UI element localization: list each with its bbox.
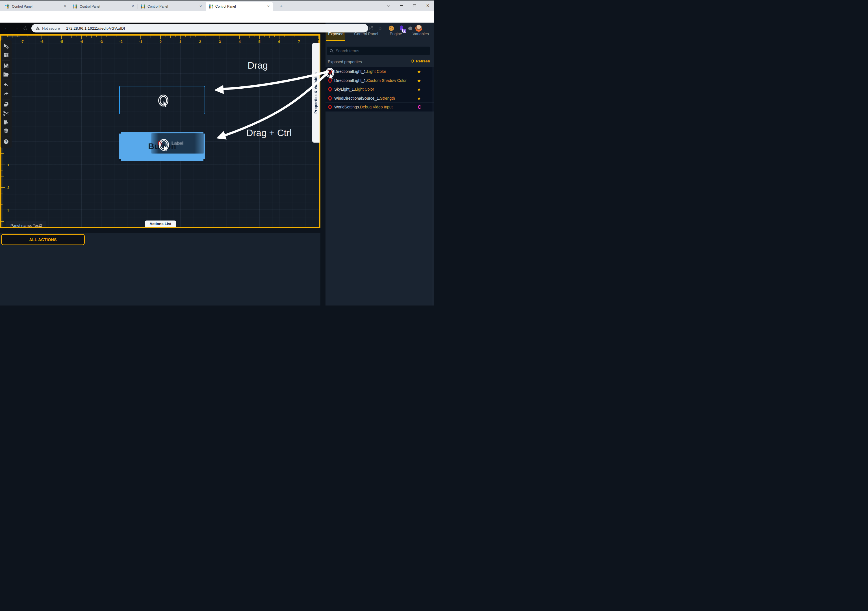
property-row[interactable]: SkyLight_1.Light Color ★ (326, 85, 434, 94)
mouse-cursor (164, 145, 168, 152)
property-owner: WindDirectionalSource_1. (334, 96, 380, 101)
forward-arrow-icon[interactable]: → (13, 25, 20, 32)
search-box[interactable] (327, 46, 430, 55)
drag-ctrl-annotation: Drag + Ctrl (241, 128, 297, 138)
actions-list-tab[interactable]: Actions List (145, 221, 176, 227)
panel-name-badge: Panel name: Test2 (6, 221, 46, 227)
paste-icon[interactable] (0, 118, 12, 127)
browser-tab-bar: Control Panel × Control Panel × Control … (0, 0, 434, 11)
maximize-button[interactable] (410, 3, 419, 8)
property-name: Strength (380, 96, 395, 101)
window-top-border (0, 0, 434, 0)
reload-icon[interactable] (22, 25, 28, 32)
ruler-label: 1 (7, 162, 9, 167)
property-owner: DirectionalLight_1. (334, 78, 367, 83)
profile-avatar[interactable] (415, 25, 422, 32)
url-text[interactable]: 172.28.96.1:16211/#edit-VGVzdDI= (66, 26, 127, 31)
redo-icon[interactable] (0, 90, 12, 98)
sidebar-scrollbar[interactable] (432, 67, 434, 305)
drag-annotation: Drag (241, 60, 274, 71)
ruler-tick (2, 182, 3, 182)
resize-handle[interactable] (119, 159, 121, 161)
open-folder-icon[interactable] (0, 70, 12, 79)
select-move-icon[interactable] (0, 42, 12, 51)
kebab-menu-icon[interactable]: ⋮ (425, 25, 432, 32)
close-tab-icon[interactable]: × (266, 4, 271, 9)
refresh-icon (410, 59, 414, 63)
extensions-puzzle-icon[interactable] (406, 25, 414, 32)
actions-panel-divider (85, 233, 85, 305)
browser-tab-2[interactable]: Control Panel × (70, 2, 137, 11)
share-icon[interactable] (367, 25, 375, 32)
close-tab-icon[interactable]: × (63, 4, 67, 9)
mouse-cursor (163, 101, 168, 108)
property-name: Light Color (355, 87, 374, 91)
favorite-star-icon[interactable]: ★ (417, 85, 421, 94)
all-actions-button[interactable]: ALL ACTIONS (1, 234, 85, 245)
not-secure-warning-icon (35, 26, 40, 31)
ruler-tick (2, 193, 3, 193)
copy-icon[interactable] (0, 100, 12, 109)
property-row[interactable]: WorldSettings.Debug Video Input C (326, 103, 434, 112)
property-name: Custom Shadow Color (367, 78, 407, 83)
resize-handle[interactable] (119, 131, 121, 133)
property-owner: DirectionalLight_1. (334, 69, 367, 74)
cookie-extension-icon[interactable] (388, 25, 395, 32)
refresh-button[interactable]: Refresh (410, 59, 430, 63)
property-row[interactable]: DirectionalLight_1.Light Color ★ (326, 67, 434, 76)
red-ring-icon[interactable] (328, 87, 332, 91)
delete-trash-icon[interactable] (0, 127, 12, 135)
toolbar-divider (2, 99, 10, 99)
bookmark-star-icon[interactable]: ☆ (377, 25, 384, 32)
url-field[interactable]: Not secure 172.28.96.1:16211/#edit-VGVzd… (31, 24, 368, 32)
toolbar-divider (2, 136, 10, 136)
ruler-tick (2, 165, 5, 165)
save-icon[interactable] (0, 61, 12, 70)
close-tab-icon[interactable]: × (198, 4, 203, 9)
close-window-button[interactable]: ✕ (423, 3, 432, 8)
search-input[interactable] (336, 49, 428, 53)
ruler-tick (2, 221, 4, 222)
right-sidebar: Exposed Control Panel Engine Variables E… (326, 23, 434, 305)
resize-handle[interactable] (203, 159, 205, 161)
exposed-properties-list: DirectionalLight_1.Light Color ★ Directi… (326, 67, 434, 112)
properties-variables-tab[interactable]: Properties & Variables (312, 43, 319, 142)
browser-address-bar: ← → Not secure 172.28.96.1:16211/#edit-V… (0, 11, 434, 23)
chevron-down-icon[interactable] (384, 3, 392, 8)
property-row[interactable]: WindDirectionalSource_1.Strength ★ (326, 94, 434, 103)
undo-icon[interactable] (0, 81, 12, 90)
exposed-properties-title: Exposed properties (328, 60, 362, 64)
red-ring-icon[interactable] (328, 96, 332, 101)
new-tab-button[interactable]: + (278, 3, 284, 9)
browser-tab-1[interactable]: Control Panel × (2, 2, 70, 11)
ruler-tick (2, 210, 5, 210)
control-panel-favicon (209, 4, 213, 9)
purple-extension-icon[interactable]: 2 (398, 25, 405, 32)
ruler-label: 3 (7, 208, 9, 212)
favorite-star-icon[interactable]: ★ (417, 76, 421, 85)
extension-badge: 2 (402, 29, 406, 33)
refresh-label: Refresh (416, 59, 430, 63)
minimize-button[interactable] (397, 3, 406, 8)
ruler-tick (2, 199, 4, 199)
control-panel-favicon (141, 4, 145, 9)
tab-title: Control Panel (147, 5, 198, 8)
ruler-tick (2, 170, 3, 171)
property-row[interactable]: DirectionalLight_1.Custom Shadow Color ★ (326, 76, 434, 85)
widgets-icon[interactable] (0, 51, 12, 59)
property-owner: WorldSettings. (334, 105, 360, 109)
mouse-cursor (329, 73, 334, 80)
close-tab-icon[interactable]: × (130, 4, 135, 9)
help-icon[interactable]: ? (0, 137, 12, 146)
browser-tab-4-active[interactable]: Control Panel × (206, 2, 273, 11)
favorite-star-icon[interactable]: ★ (417, 67, 421, 76)
browser-tab-3[interactable]: Control Panel × (138, 2, 205, 11)
back-arrow-icon[interactable]: ← (3, 25, 10, 32)
red-ring-icon[interactable] (328, 105, 332, 109)
cut-icon[interactable] (0, 109, 12, 118)
control-panel-favicon (73, 4, 78, 9)
favorite-star-icon[interactable]: ★ (417, 94, 421, 103)
left-tool-palette: ? (0, 40, 12, 148)
svg-text:?: ? (5, 140, 7, 143)
security-label[interactable]: Not secure (42, 26, 60, 31)
